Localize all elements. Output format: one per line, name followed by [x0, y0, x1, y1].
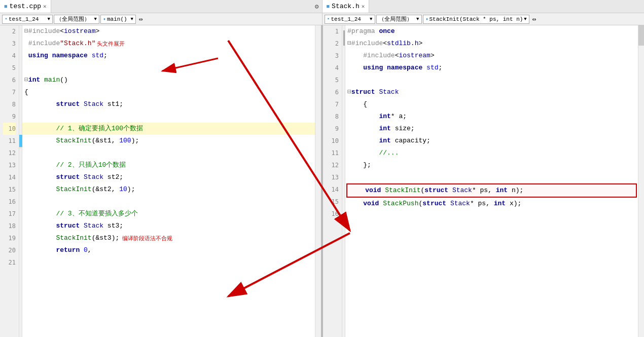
line-num-5: 5 — [3, 62, 16, 74]
tab-test-cpp-label: test.cpp — [10, 3, 41, 10]
rline-num-10: 10 — [326, 135, 339, 147]
tab-settings-btn[interactable]: ⚙ — [312, 0, 322, 13]
line-num-8: 8 — [3, 98, 16, 110]
left-expand-btn[interactable]: ⇔ — [137, 15, 145, 23]
tab-test-cpp[interactable]: ■ test.cpp ✕ — [0, 0, 51, 13]
rline-num-2: 2 — [326, 38, 339, 50]
left-filepath: test_1_24 — [9, 16, 39, 22]
line-num-20: 20 — [3, 244, 16, 256]
right-scroll-indicator — [343, 30, 345, 46]
line-num-19: 19 — [3, 232, 16, 244]
expand-icon-left: ⇔ — [139, 15, 143, 23]
left-file-dropdown[interactable]: ▪ test_1_24 ▼ — [2, 15, 53, 24]
line-num-15: 15 — [3, 183, 16, 196]
code-line-2: ⊟#include<iostream> — [22, 25, 315, 38]
left-line-numbers: 2 3 4 5 6 7 8 9 10 11 12 13 14 15 16 17 … — [0, 25, 19, 337]
rcode-line-12: }; — [345, 159, 638, 171]
line-num-6: 6 — [3, 74, 16, 86]
editors-main: 2 3 4 5 6 7 8 9 10 11 12 13 14 15 16 17 … — [0, 25, 644, 337]
line-num-18: 18 — [3, 220, 16, 232]
left-function-dropdown[interactable]: ⬧ main() ▼ — [100, 15, 136, 24]
code-line-3: #include"Stack.h" 头文件展开 — [22, 38, 315, 50]
line-num-3: 3 — [3, 38, 16, 50]
rcode-line-4: using namespace std; — [345, 62, 638, 74]
right-scope: （全局范围） — [379, 15, 412, 23]
left-scope: （全局范围） — [56, 15, 90, 23]
right-editor: 1 2 3 4 5 6 7 8 9 10 11 12 13 14 15 16 — [323, 25, 644, 337]
chevron-down-icon-left: ▼ — [48, 17, 50, 22]
right-function: StackInit(Stack * ps, int n) — [430, 16, 523, 22]
right-expand-btn[interactable]: ⇔ — [530, 15, 539, 23]
right-scrollbar-thumb[interactable] — [638, 25, 644, 46]
rcode-line-16 — [345, 210, 638, 222]
right-function-dropdown[interactable]: ⬧ StackInit(Stack * ps, int n) ▼ — [423, 15, 529, 24]
right-filepath: test_1_24 — [331, 16, 361, 22]
code-line-19: StackInit(&st3); 编译阶段语法不合规 — [22, 232, 315, 244]
chevron-down-icon-scope-right: ▼ — [416, 17, 419, 22]
code-line-20: return 0, — [22, 244, 315, 256]
tab-stack-h[interactable]: ■ Stack.h ✕ — [323, 0, 370, 13]
line-num-14: 14 — [3, 171, 16, 183]
line-num-7: 7 — [3, 86, 16, 98]
rline-num-7: 7 — [326, 98, 339, 110]
chevron-down-icon-fn-right: ▼ — [524, 17, 526, 22]
gear-icon: ⚙ — [315, 3, 319, 11]
code-line-6: ⊟int main() — [22, 74, 315, 86]
rline-num-5: 5 — [326, 74, 339, 86]
code-line-9 — [22, 110, 315, 123]
rcode-line-3: #include<iostream> — [345, 50, 638, 62]
left-code-content[interactable]: ⊟#include<iostream> #include"Stack.h" 头文… — [22, 25, 315, 337]
rline-num-9: 9 — [326, 123, 339, 135]
chevron-down-icon-right: ▼ — [370, 17, 372, 22]
code-line-10: // 1、确定要插入100个数据 — [22, 123, 315, 135]
rcode-line-8: int* a; — [345, 110, 638, 123]
right-file-dropdown[interactable]: ▪ test_1_24 ▼ — [325, 15, 375, 24]
code-line-11: StackInit(&st1, 100); — [22, 135, 315, 147]
rline-num-4: 4 — [326, 62, 339, 74]
rcode-line-11: //... — [345, 147, 638, 159]
code-line-21 — [22, 256, 315, 269]
rcode-line-9: int size; — [345, 123, 638, 135]
rline-num-3: 3 — [326, 50, 339, 62]
line-num-17: 17 — [3, 208, 16, 220]
rcode-line-5 — [345, 74, 638, 86]
line-num-10: 10 — [3, 123, 16, 135]
line-num-2: 2 — [3, 25, 16, 38]
right-tab-bar: ■ Stack.h ✕ — [323, 0, 645, 13]
function-icon-right: ⬧ — [425, 16, 428, 22]
right-scrollbar[interactable] — [638, 25, 644, 337]
right-toolbar: ▪ test_1_24 ▼ （全局范围） ▼ ⬧ StackInit(Stack… — [323, 13, 645, 25]
chevron-down-icon-fn-left: ▼ — [131, 17, 133, 22]
left-scrollbar[interactable] — [315, 25, 321, 337]
left-tab-bar: ■ test.cpp ✕ ⚙ — [0, 0, 322, 13]
rcode-line-14: void StackInit(struct Stack* ps, int n); — [346, 183, 637, 198]
right-scope-dropdown[interactable]: （全局范围） ▼ — [376, 15, 422, 24]
rline-num-14: 14 — [326, 183, 339, 196]
right-code-content[interactable]: #pragma once ⊟#include<stdlib.h> #includ… — [345, 25, 638, 337]
expand-icon-right: ⇔ — [532, 15, 536, 23]
left-scope-dropdown[interactable]: （全局范围） ▼ — [54, 15, 99, 24]
file-icon-left: ▪ — [5, 16, 8, 22]
file-icon-cpp: ■ — [4, 4, 8, 10]
rline-num-16: 16 — [326, 208, 339, 220]
code-line-14: struct Stack st2; — [22, 171, 315, 183]
rcode-line-1: #pragma once — [345, 25, 638, 38]
line-num-16: 16 — [3, 196, 16, 208]
code-line-13: // 2、只插入10个数据 — [22, 159, 315, 171]
code-line-17: // 3、不知道要插入多少个 — [22, 208, 315, 220]
code-line-4: using namespace std; — [22, 50, 315, 62]
tab-modified-cpp: ✕ — [43, 3, 47, 10]
code-line-7: { — [22, 86, 315, 98]
right-line-numbers: 1 2 3 4 5 6 7 8 9 10 11 12 13 14 15 16 — [323, 25, 342, 337]
rline-num-13: 13 — [326, 171, 339, 183]
rcode-line-6: ⊟struct Stack — [345, 86, 638, 98]
rcode-line-7: { — [345, 98, 638, 110]
toolbars-row: ▪ test_1_24 ▼ （全局范围） ▼ ⬧ main() ▼ ⇔ ▪ — [0, 13, 644, 25]
line-num-12: 12 — [3, 147, 16, 159]
file-icon-right: ▪ — [327, 16, 330, 22]
line-num-13: 13 — [3, 159, 16, 171]
left-editor: 2 3 4 5 6 7 8 9 10 11 12 13 14 15 16 17 … — [0, 25, 321, 337]
rline-num-12: 12 — [326, 159, 339, 171]
code-line-5 — [22, 62, 315, 74]
code-line-12 — [22, 147, 315, 159]
